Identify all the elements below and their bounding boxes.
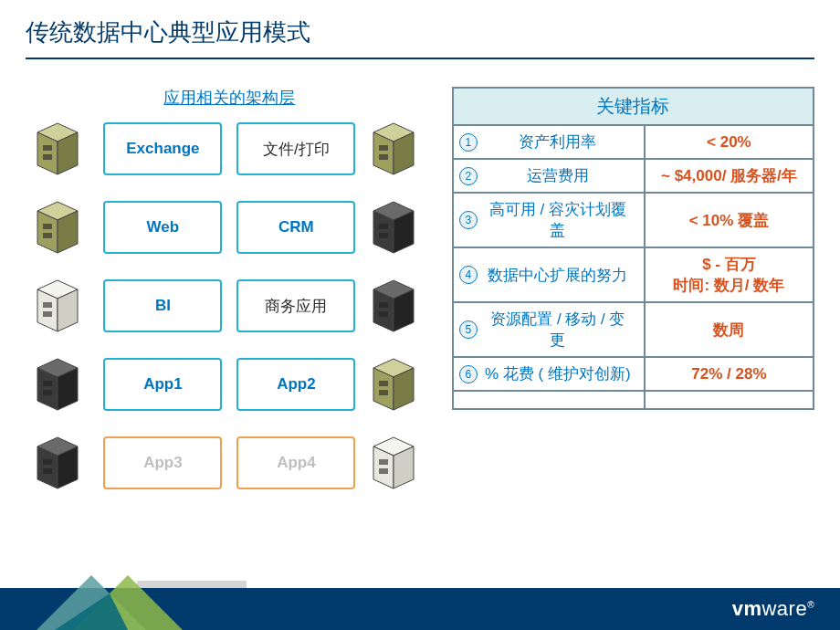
architecture-heading: 应用相关的架构层 — [26, 87, 434, 109]
server-icon — [370, 198, 417, 257]
app-box: Web — [103, 201, 222, 254]
kpi-row: 1资产利用率< 20% — [453, 125, 814, 159]
kpi-label: 6% 花费 ( 维护对创新) — [453, 357, 645, 391]
app-box: 文件/打印 — [236, 122, 355, 175]
kpi-value: 数周 — [645, 302, 814, 357]
kpi-table: 1资产利用率< 20%2运营费用~ $4,000/ 服务器/年3高可用 / 容灾… — [452, 124, 814, 410]
svg-rect-29 — [379, 311, 388, 317]
svg-rect-9 — [379, 154, 388, 160]
kpi-value: ~ $4,000/ 服务器/年 — [645, 159, 814, 193]
svg-rect-13 — [43, 224, 52, 229]
kpi-row: 2运营费用~ $4,000/ 服务器/年 — [453, 159, 814, 193]
svg-rect-39 — [379, 390, 388, 395]
vmware-logo: vmware® — [732, 597, 814, 621]
svg-rect-34 — [43, 390, 52, 395]
app-box: CRM — [236, 201, 355, 254]
server-icon — [370, 434, 417, 492]
kpi-label: 4数据中心扩展的努力 — [453, 247, 645, 302]
kpi-heading: 关键指标 — [452, 87, 814, 124]
kpi-number-badge: 6 — [459, 365, 478, 383]
svg-rect-18 — [379, 224, 388, 229]
server-icon — [34, 355, 81, 414]
kpi-label: 1资产利用率 — [453, 125, 645, 159]
app-box: App4 — [236, 436, 355, 489]
server-icon — [34, 198, 81, 257]
right-panel: 关键指标 1资产利用率< 20%2运营费用~ $4,000/ 服务器/年3高可用… — [452, 87, 814, 492]
svg-rect-4 — [43, 154, 52, 160]
svg-rect-44 — [43, 468, 52, 474]
kpi-number-badge: 4 — [459, 266, 478, 284]
svg-rect-19 — [379, 233, 388, 238]
app-box: App3 — [103, 436, 222, 489]
kpi-number-badge: 5 — [459, 320, 478, 339]
footer-triangles-icon — [37, 575, 183, 630]
kpi-label: 2运营费用 — [453, 159, 645, 193]
svg-rect-43 — [43, 459, 52, 465]
svg-rect-23 — [43, 302, 52, 308]
kpi-label: 3高可用 / 容灾计划覆盖 — [453, 193, 645, 247]
kpi-value: < 20% — [645, 125, 814, 159]
kpi-value: < 10% 覆盖 — [645, 193, 814, 247]
kpi-value: 72% / 28% — [645, 357, 814, 391]
server-icon — [34, 277, 81, 335]
server-icon — [370, 277, 417, 335]
app-box: BI — [103, 279, 222, 332]
svg-rect-48 — [379, 459, 388, 465]
kpi-number-badge: 1 — [459, 133, 478, 152]
kpi-label: 5资源配置 / 移动 / 变更 — [453, 302, 645, 357]
server-icon — [370, 120, 417, 178]
svg-rect-33 — [43, 381, 52, 386]
slide-title: 传统数据中心典型应用模式 — [26, 16, 814, 59]
kpi-value: $ - 百万时间: 数月/ 数年 — [645, 247, 814, 302]
footer-bar: vmware® — [0, 588, 840, 630]
server-icon — [34, 434, 81, 492]
app-box: App2 — [236, 358, 355, 411]
svg-rect-8 — [379, 145, 388, 151]
architecture-grid: Exchange文件/打印 WebCRM BI商务应用 App1App — [26, 120, 434, 492]
kpi-row: 6% 花费 ( 维护对创新)72% / 28% — [453, 357, 814, 391]
svg-rect-24 — [43, 311, 52, 317]
svg-rect-14 — [43, 233, 52, 238]
app-box: 商务应用 — [236, 279, 355, 332]
left-panel: 应用相关的架构层 Exchange文件/打印 WebCRM BI商务应用 — [26, 87, 434, 492]
kpi-row: 4数据中心扩展的努力$ - 百万时间: 数月/ 数年 — [453, 247, 814, 302]
kpi-number-badge: 2 — [459, 167, 478, 185]
server-icon — [370, 355, 417, 414]
server-icon — [34, 120, 81, 178]
svg-rect-49 — [379, 468, 388, 474]
kpi-row: 5资源配置 / 移动 / 变更数周 — [453, 302, 814, 357]
app-box: App1 — [103, 358, 222, 411]
app-box: Exchange — [103, 122, 222, 175]
svg-rect-38 — [379, 381, 388, 386]
kpi-row: 3高可用 / 容灾计划覆盖< 10% 覆盖 — [453, 193, 814, 247]
svg-rect-28 — [379, 302, 388, 308]
kpi-number-badge: 3 — [459, 211, 478, 229]
svg-rect-3 — [43, 145, 52, 151]
